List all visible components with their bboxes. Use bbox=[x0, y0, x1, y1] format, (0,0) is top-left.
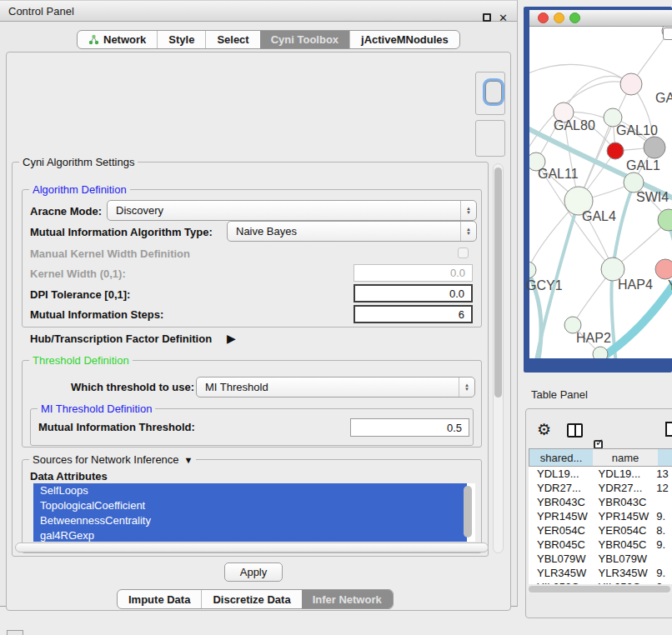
column-header-name[interactable]: name bbox=[593, 448, 659, 467]
list-item[interactable]: TopologicalCoefficient bbox=[33, 498, 467, 513]
zoom-traffic-light[interactable] bbox=[569, 12, 580, 23]
screen: Control Panel ✕ Network Style Select Cyn… bbox=[0, 0, 672, 635]
control-panel-tabbar: Network Style Select Cyni Toolbox jActiv… bbox=[77, 30, 460, 49]
mi-threshold-legend: MI Threshold Definition bbox=[38, 402, 155, 415]
node-red[interactable] bbox=[607, 142, 624, 159]
network-tab-icon bbox=[88, 34, 99, 45]
node-label: Y bbox=[668, 278, 672, 293]
tab-impute-data[interactable]: Impute Data bbox=[118, 590, 201, 608]
node[interactable] bbox=[620, 73, 642, 95]
aracne-mode-value: Discovery bbox=[116, 204, 163, 217]
node-label: GAL80 bbox=[554, 118, 595, 133]
node-gray[interactable] bbox=[644, 137, 665, 158]
expand-arrow-icon[interactable]: ▼ bbox=[184, 455, 193, 465]
mi-threshold-label: Mutual Information Threshold: bbox=[38, 421, 195, 433]
aracne-mode-select[interactable]: Discovery ▲▼ bbox=[107, 200, 477, 221]
list-item[interactable]: BetweennessCentrality bbox=[33, 513, 467, 528]
control-panel-titlebar: Control Panel bbox=[0, 1, 517, 22]
table-hscrollbar-track[interactable] bbox=[527, 584, 672, 594]
table-row[interactable]: YER054CYER054C8. bbox=[529, 523, 672, 538]
table-row[interactable]: YBL079WYBL079W bbox=[529, 552, 672, 566]
apply-button[interactable]: Apply bbox=[224, 562, 283, 582]
bottom-tabbar: Impute Data Discretize Data Infer Networ… bbox=[117, 589, 394, 609]
tab-infer-network[interactable]: Infer Network bbox=[302, 590, 393, 608]
node-label: GAL10 bbox=[616, 123, 658, 138]
manual-kernel-checkbox[interactable] bbox=[458, 248, 469, 258]
list-item[interactable]: gal4RGexp bbox=[33, 528, 467, 542]
mi-steps-value: 6 bbox=[459, 308, 464, 321]
tab-style-label: Style bbox=[168, 33, 194, 46]
collapse-arrow-icon[interactable]: ▶ bbox=[227, 332, 236, 345]
table-body[interactable]: YDL19...YDL19...13 YDR27...YDR27...12 YB… bbox=[529, 467, 672, 584]
dpi-tolerance-value: 0.0 bbox=[449, 288, 464, 300]
which-threshold-label: Which threshold to use: bbox=[71, 381, 194, 393]
list-scrollbar-thumb[interactable] bbox=[464, 486, 472, 538]
node-label: HAP2 bbox=[576, 331, 611, 346]
tab-impute-data-label: Impute Data bbox=[128, 593, 190, 606]
algorithm-definition-legend: Algorithm Definition bbox=[29, 183, 130, 196]
kernel-width-value: 0.0 bbox=[450, 267, 465, 279]
tab-select[interactable]: Select bbox=[205, 31, 259, 48]
close-traffic-light[interactable] bbox=[538, 12, 549, 23]
settings-scrollbar-thumb[interactable] bbox=[494, 168, 502, 398]
network-overlay-fragment bbox=[663, 28, 672, 40]
data-attributes-label: Data Attributes bbox=[30, 470, 108, 482]
tab-infer-network-label: Infer Network bbox=[313, 593, 382, 606]
mi-threshold-input[interactable]: 0.5 bbox=[350, 418, 469, 437]
mi-type-value: Naive Bayes bbox=[236, 225, 297, 238]
split-columns-icon[interactable] bbox=[567, 423, 583, 438]
column-header-partial[interactable] bbox=[658, 448, 672, 467]
table-row[interactable]: YBR045CYBR045C9. bbox=[529, 538, 672, 552]
table-row[interactable]: YPR145WYPR145W9. bbox=[529, 509, 672, 523]
stepper-icon[interactable]: ▲▼ bbox=[459, 378, 474, 397]
node[interactable] bbox=[593, 347, 608, 358]
dpi-tolerance-input[interactable]: 0.0 bbox=[354, 284, 473, 302]
node-green[interactable] bbox=[658, 209, 672, 231]
tab-discretize-data[interactable]: Discretize Data bbox=[201, 590, 301, 608]
table-hscrollbar-thumb[interactable] bbox=[529, 586, 670, 592]
minimize-traffic-light[interactable] bbox=[554, 12, 564, 23]
kernel-width-input[interactable]: 0.0 bbox=[354, 264, 473, 282]
network-titlebar bbox=[529, 10, 672, 27]
which-threshold-select[interactable]: MI Threshold ▲▼ bbox=[196, 377, 475, 398]
node-salmon[interactable] bbox=[655, 259, 672, 279]
focused-combo-fragment bbox=[485, 81, 502, 103]
manual-kernel-label: Manual Kernel Width Definition bbox=[30, 248, 190, 260]
node-label: GAL1 bbox=[626, 158, 660, 173]
close-icon[interactable]: ✕ bbox=[499, 12, 508, 23]
bottom-left-partial-widget bbox=[7, 630, 23, 635]
mi-type-select[interactable]: Naive Bayes ▲▼ bbox=[227, 221, 477, 242]
data-attributes-list[interactable]: SelfLoops TopologicalCoefficient Between… bbox=[33, 483, 475, 542]
node-label: GAL11 bbox=[538, 167, 579, 182]
column-header-name-label: name bbox=[612, 452, 639, 464]
aracne-mode-label: Aracne Mode: bbox=[30, 205, 102, 218]
mi-steps-input[interactable]: 6 bbox=[354, 305, 473, 323]
document-icon[interactable] bbox=[665, 422, 672, 437]
table-panel-title: Table Panel bbox=[531, 388, 588, 401]
table-row[interactable]: YDR27...YDR27...12 bbox=[529, 481, 672, 495]
float-window-icon[interactable] bbox=[483, 13, 491, 22]
tab-style[interactable]: Style bbox=[157, 31, 205, 48]
tab-network-label: Network bbox=[103, 33, 146, 46]
tab-cyni-toolbox[interactable]: Cyni Toolbox bbox=[260, 31, 349, 48]
tab-jactivemnodules[interactable]: jActiveMNodules bbox=[349, 31, 459, 48]
list-item[interactable]: SelfLoops bbox=[33, 483, 467, 498]
kernel-width-label: Kernel Width (0,1): bbox=[30, 268, 126, 280]
node-gcy1[interactable] bbox=[529, 262, 536, 278]
control-panel-title: Control Panel bbox=[0, 5, 74, 18]
stepper-icon[interactable]: ▲▼ bbox=[460, 201, 476, 220]
table-row[interactable]: YLR345WYLR345W9. bbox=[529, 566, 672, 580]
tab-network[interactable]: Network bbox=[78, 31, 157, 48]
gear-icon[interactable]: ⚙ bbox=[537, 422, 551, 438]
table-row[interactable]: YBR043CYBR043C bbox=[529, 495, 672, 509]
stepper-icon[interactable]: ▲▼ bbox=[460, 222, 476, 241]
node-label: GCY1 bbox=[526, 278, 563, 293]
apply-button-label: Apply bbox=[240, 566, 268, 578]
table-row[interactable]: YDL19...YDL19...13 bbox=[529, 467, 672, 481]
column-header-shared[interactable]: shared... bbox=[529, 448, 594, 467]
sources-legend: Sources for Network Inference ▼ bbox=[29, 453, 196, 466]
settings-scrollbar-track[interactable] bbox=[493, 163, 504, 553]
hub-section-label: Hub/Transcription Factor Definition bbox=[30, 332, 212, 345]
horizontal-scrollbar[interactable] bbox=[15, 542, 489, 552]
node-label: HAP4 bbox=[618, 278, 653, 292]
